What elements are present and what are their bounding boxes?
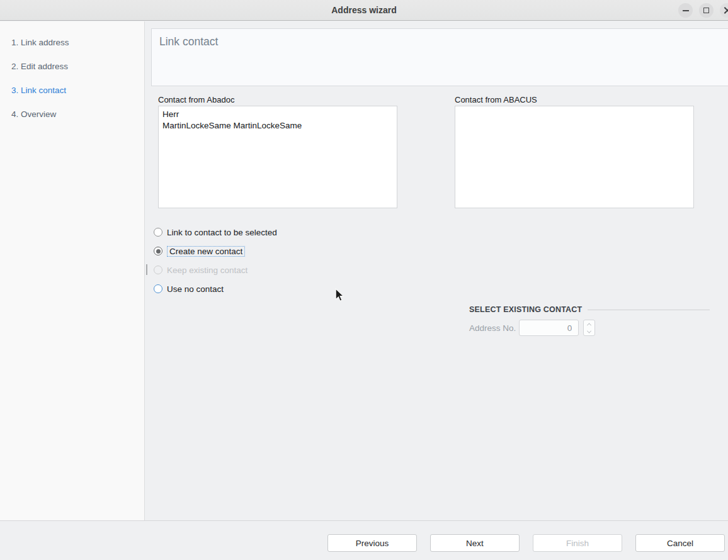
target-contact-label: Contact from ABACUS (455, 95, 537, 104)
titlebar[interactable]: Address wizard (0, 0, 728, 21)
finish-button: Finish (533, 534, 622, 552)
radio-circle-icon[interactable] (154, 247, 162, 255)
minimize-icon (683, 10, 689, 11)
maximize-button[interactable] (699, 3, 714, 18)
radio-label: Create new contact (167, 246, 245, 257)
sidebar-item-link-contact[interactable]: 3. Link contact (11, 86, 66, 95)
radio-label: Use no contact (167, 284, 224, 294)
section-divider (588, 310, 710, 310)
sidebar-item-edit-address[interactable]: 2. Edit address (11, 62, 68, 71)
previous-button[interactable]: Previous (327, 534, 417, 552)
next-button[interactable]: Next (430, 534, 520, 552)
window-title: Address wizard (0, 0, 728, 20)
text-caret (146, 264, 147, 275)
sidebar-item-link-address[interactable]: 1. Link address (11, 38, 69, 47)
chevron-down-icon (587, 328, 591, 333)
main-content: Link contact Contact from Abadoc Herr Ma… (145, 21, 728, 520)
radio-circle-icon[interactable] (154, 228, 162, 237)
select-existing-contact-section: SELECT EXISTING CONTACT (469, 305, 710, 314)
source-contact-label: Contact from Abadoc (158, 95, 234, 104)
address-no-spinner (583, 320, 595, 336)
radio-option-create-new-contact[interactable]: Create new contact (154, 245, 245, 257)
spinner-down-button (584, 328, 594, 335)
address-no-label: Address No. (469, 323, 516, 333)
wizard-steps-sidebar: 1. Link address 2. Edit address 3. Link … (0, 21, 145, 520)
page-title: Link contact (152, 29, 728, 48)
radio-circle-icon[interactable] (154, 284, 162, 293)
contact-salutation: Herr (162, 109, 393, 120)
radio-label: Keep existing contact (167, 266, 247, 275)
radio-label: Link to contact to be selected (167, 228, 277, 237)
radio-circle-icon (154, 266, 162, 274)
radio-option-keep-existing-contact: Keep existing contact (154, 264, 247, 276)
sidebar-item-overview[interactable]: 4. Overview (11, 109, 56, 119)
radio-option-use-no-contact[interactable]: Use no contact (154, 283, 224, 295)
address-no-row: Address No. (469, 320, 595, 336)
page-header-panel: Link contact (151, 28, 728, 86)
radio-option-link-to-contact[interactable]: Link to contact to be selected (154, 226, 277, 238)
contact-name: MartinLockeSame MartinLockeSame (162, 120, 393, 132)
target-contact-listbox[interactable] (455, 106, 694, 208)
close-icon (724, 7, 728, 14)
section-heading: SELECT EXISTING CONTACT (469, 305, 582, 314)
cancel-button[interactable]: Cancel (635, 534, 725, 552)
chevron-up-icon (587, 323, 591, 327)
spinner-up-button (584, 320, 594, 328)
address-no-input (519, 320, 579, 336)
minimize-button[interactable] (678, 3, 693, 18)
maximize-icon (703, 8, 709, 13)
source-contact-listbox[interactable]: Herr MartinLockeSame MartinLockeSame (158, 106, 397, 208)
wizard-footer: Previous Next Finish Cancel (0, 520, 728, 560)
